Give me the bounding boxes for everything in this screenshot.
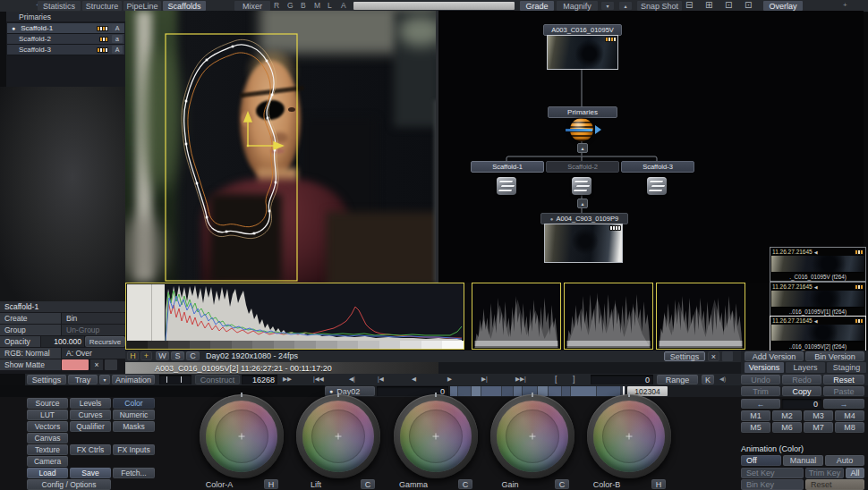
loop-out-icon[interactable]: ] (573, 375, 575, 384)
auto-key-button[interactable]: a (112, 35, 123, 43)
settings-button[interactable]: Settings (27, 375, 66, 384)
nudge-value-field[interactable]: 0 (782, 399, 821, 409)
play-forward-icon[interactable]: ▶ (447, 376, 452, 383)
primaries-node-label[interactable]: Primaries (548, 106, 617, 118)
construct-button[interactable]: Construct (195, 375, 240, 384)
prev-frame-icon[interactable]: |◀ (378, 376, 384, 383)
step-back-icon[interactable]: ◀| (349, 376, 355, 383)
current-frame-field[interactable]: 16268 (242, 375, 277, 384)
waveform-panel-2[interactable] (564, 283, 653, 350)
fast-forward-icon[interactable]: ▶▶ (283, 376, 292, 383)
scopes-toggle-button[interactable]: S (171, 351, 184, 360)
zoom-in-icon[interactable]: ⊞ (705, 0, 712, 10)
jump-start-icon[interactable]: |◀◀ (313, 376, 324, 383)
colorA-wheel[interactable] (200, 394, 284, 478)
paste-button[interactable]: Paste (823, 386, 864, 396)
wheel-ball[interactable] (302, 401, 374, 472)
memory-m7-button[interactable]: M7 (804, 422, 833, 433)
scaffold-2-node-icon[interactable] (572, 177, 591, 195)
histogram-toggle-button[interactable]: H (127, 351, 139, 360)
node-graph[interactable]: A003_C016_01095V Primaries ▴ Scaffold-1 … (438, 11, 864, 283)
nudge-left-button[interactable]: ← (741, 399, 780, 409)
gain-wheel[interactable] (490, 394, 574, 478)
zoom-out-icon[interactable]: ⊟ (685, 0, 693, 10)
alpha-blend-mode[interactable]: A: Over (62, 348, 125, 359)
mixer-button[interactable]: Mixer (234, 1, 270, 11)
undo-button[interactable]: Undo (741, 375, 780, 384)
ungroup-value[interactable]: Un-Group (62, 325, 125, 335)
create-value[interactable]: Bin (62, 313, 125, 324)
tool-vectors-button[interactable]: Vectors (27, 421, 68, 432)
tab-structure[interactable]: Structure (82, 1, 122, 11)
tray-button[interactable]: Tray (68, 375, 98, 384)
bin-version-button[interactable]: Bin Version (805, 351, 864, 361)
bin-key-button[interactable]: Bin Key (741, 479, 804, 490)
recursive-button[interactable]: Recursive (85, 336, 125, 347)
histogram-panel[interactable] (125, 283, 464, 350)
scope-close-button[interactable]: × (708, 351, 719, 361)
gain-key-button[interactable]: C (555, 479, 569, 489)
tab-versions[interactable]: Versions (745, 362, 784, 373)
tool-fetch-button[interactable]: Fetch... (113, 468, 155, 478)
scaffold-1-node-label[interactable]: Scaffold-1 (471, 161, 544, 173)
memory-m6-button[interactable]: M6 (772, 422, 802, 433)
channel-r-button[interactable]: R (274, 1, 279, 10)
version-thumb-2[interactable]: 11.26.27.21645◀ ..016_01095V[1] (f264) (770, 282, 866, 317)
tool-texture-button[interactable]: Texture (27, 444, 68, 455)
scope-extra-button[interactable] (722, 351, 733, 361)
next-frame-icon[interactable]: ▶| (481, 376, 488, 383)
tab-staging[interactable]: Staging (827, 362, 866, 373)
add-version-button[interactable]: Add Version (745, 351, 804, 361)
wheel-ball[interactable] (497, 401, 568, 472)
memory-m8-button[interactable]: M8 (835, 422, 864, 433)
tool-curves-button[interactable]: Curves (70, 410, 111, 420)
curves-toggle-button[interactable]: C (186, 351, 200, 360)
scaffold-row-1[interactable]: ● Scaffold-1 A (7, 23, 124, 34)
auto-key-button[interactable]: A (112, 24, 123, 32)
copy-button[interactable]: Copy (782, 386, 821, 396)
lift-key-button[interactable]: C (361, 479, 375, 489)
tray-dropdown-icon[interactable]: ▾ (99, 375, 110, 384)
gamma-wheel[interactable] (394, 394, 478, 478)
memory-m1-button[interactable]: M1 (741, 410, 770, 421)
jump-end-icon[interactable]: ▶▶| (515, 376, 526, 383)
config-options-button[interactable]: Config / Options (27, 479, 111, 490)
tool-numeric-button[interactable]: Numeric (113, 410, 155, 420)
wheel-ball[interactable] (206, 401, 277, 472)
anim-mode-manual-button[interactable]: Manual (783, 455, 823, 466)
snapshot-button[interactable]: Snap Shot (637, 1, 682, 11)
wheel-ball[interactable] (400, 401, 472, 472)
top-slider[interactable] (353, 2, 515, 10)
tool-source-button[interactable]: Source (27, 398, 68, 409)
version-thumb-3[interactable]: 11.26.27.21645◀ ..016_01095V[2] (f264) (770, 316, 866, 351)
tool-canvas-button[interactable]: Canvas (27, 433, 68, 444)
node-connector-button[interactable]: ▴ (577, 143, 588, 153)
tool-levels-button[interactable]: Levels (70, 398, 111, 409)
overlay-button[interactable]: Overlay (763, 1, 803, 11)
all-button[interactable]: All (846, 468, 864, 478)
trim-button[interactable]: Trim (741, 386, 780, 396)
rgb-blend-mode[interactable]: RGB: Normal (0, 348, 61, 359)
scaffold-3-node-icon[interactable] (647, 177, 667, 195)
tab-scaffolds[interactable]: Scaffolds (163, 1, 206, 11)
viewer[interactable] (125, 11, 438, 283)
reset-button[interactable]: Reset (823, 375, 864, 384)
create-label[interactable]: Create (0, 313, 61, 324)
anim-reset-button[interactable]: Reset (805, 479, 864, 490)
animation-button[interactable]: Animation (112, 375, 155, 384)
fit-view-icon[interactable]: ⊡ (725, 0, 732, 10)
step-down-button[interactable]: ▾ (601, 2, 614, 10)
fullscreen-icon[interactable]: ⊡ (745, 0, 752, 10)
key-button[interactable]: K (702, 375, 714, 384)
matte-clear-button[interactable]: × (90, 359, 103, 370)
tool-save-button[interactable]: Save (70, 468, 111, 478)
range-start-field[interactable]: 0 (591, 375, 653, 384)
memory-m5-button[interactable]: M5 (741, 422, 770, 433)
play-reverse-icon[interactable]: ◀ (412, 376, 416, 383)
colorB-wheel[interactable] (587, 394, 671, 478)
tool-qualifier-button[interactable]: Qualifier (70, 421, 111, 432)
colorB-key-button[interactable]: H (651, 479, 666, 489)
channel-b-button[interactable]: B (301, 1, 306, 10)
opacity-label[interactable]: Opacity (0, 336, 40, 347)
waveform-panel-3[interactable] (656, 283, 745, 350)
